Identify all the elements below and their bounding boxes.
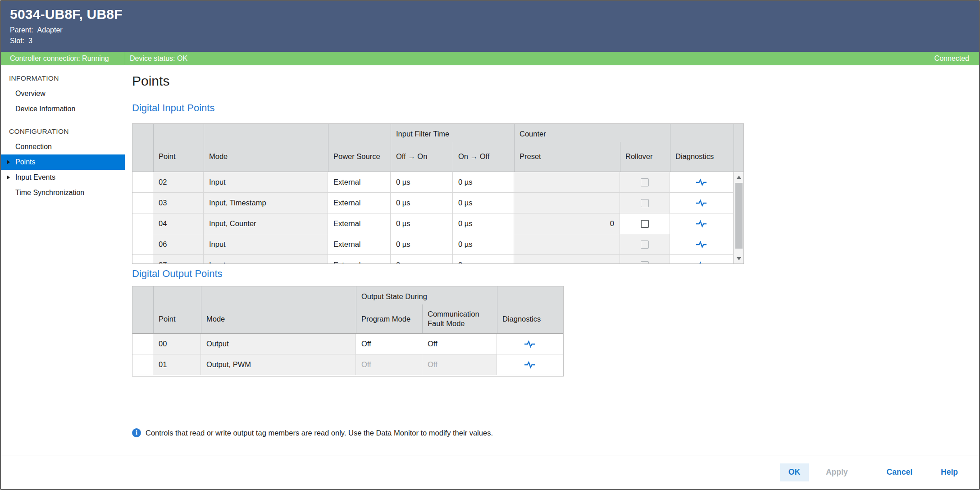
communication-fault-mode-cell: Off (422, 354, 497, 375)
digital-output-points-table: Point Mode Output State During Program M… (132, 286, 564, 377)
filter-on-off-cell[interactable]: 0 µs (453, 172, 514, 192)
diagnostics-cell[interactable] (670, 213, 734, 234)
column-header-point: Point (159, 304, 176, 333)
group-header-output-state-during: Output State During (361, 292, 427, 301)
controller-connection-status: Controller connection: Running (1, 52, 125, 65)
sidebar-header-information: INFORMATION (1, 71, 125, 86)
diagnostics-pulse-icon (696, 261, 707, 264)
filter-on-off-cell[interactable]: 0 µs (453, 234, 514, 254)
point-cell: 03 (153, 193, 204, 213)
filter-off-on-cell[interactable]: 0 µs (391, 193, 453, 213)
sidebar-item-time-synchronization[interactable]: Time Synchronization (1, 185, 125, 200)
content-area: INFORMATION Overview Device Information … (1, 65, 979, 455)
point-cell: 01 (153, 354, 201, 375)
diagnostics-cell[interactable] (670, 234, 734, 254)
communication-fault-mode-cell[interactable]: Off (422, 334, 497, 354)
rollover-cell (620, 255, 670, 263)
ok-button[interactable]: OK (780, 463, 809, 481)
row-selector[interactable] (132, 234, 153, 254)
filter-on-off-cell[interactable]: 0 µs (453, 213, 514, 234)
power-source-cell[interactable]: External (328, 172, 391, 192)
point-cell: 02 (153, 172, 204, 192)
diagnostics-pulse-icon (524, 340, 536, 348)
counter-preset-cell[interactable]: 0 (514, 213, 620, 234)
vertical-scrollbar[interactable] (734, 172, 743, 263)
help-button[interactable]: Help (935, 463, 964, 481)
sidebar-item-input-events[interactable]: Input Events (1, 170, 125, 185)
group-header-input-filter-time: Input Filter Time (396, 130, 449, 138)
sidebar-item-points[interactable]: Points (1, 154, 125, 170)
app-window: { "title_bar": { "device_title": "5034-U… (0, 0, 980, 490)
sidebar-item-overview[interactable]: Overview (1, 86, 125, 101)
counter-preset-cell (514, 234, 620, 254)
diagnostics-pulse-icon (696, 220, 707, 228)
filter-off-on-cell[interactable]: 0 µs (391, 172, 453, 192)
expand-arrow-icon[interactable] (7, 160, 10, 164)
input-point-row-03: 03 Input, Timestamp External 0 µs 0 µs (132, 193, 734, 213)
status-bar: Controller connection: Running Device st… (1, 52, 979, 65)
program-mode-cell[interactable]: Off (356, 334, 422, 354)
rollover-checkbox[interactable] (641, 220, 649, 228)
scrollbar-thumb[interactable] (735, 183, 743, 249)
down-triangle-icon (737, 257, 741, 260)
row-selector[interactable] (132, 334, 153, 354)
device-status: Device status: OK (125, 54, 934, 63)
filter-on-off-cell[interactable]: 0 µs (453, 255, 514, 263)
mode-cell: Output, PWM (201, 354, 356, 375)
digital-input-points-table: Point Mode Power Source Input Filter Tim… (132, 123, 744, 264)
point-cell: 00 (153, 334, 201, 354)
row-selector[interactable] (132, 172, 153, 192)
row-selector[interactable] (132, 213, 153, 234)
output-point-row-00: 00 Output Off Off (132, 334, 563, 354)
rollover-checkbox (641, 240, 649, 249)
row-selector[interactable] (132, 354, 153, 375)
filter-on-off-cell[interactable]: 0 µs (453, 193, 514, 213)
power-source-cell[interactable]: External (328, 213, 391, 234)
diagnostics-cell[interactable] (670, 172, 734, 192)
diagnostics-cell[interactable] (497, 354, 563, 375)
diagnostics-cell[interactable] (497, 334, 563, 354)
scrollbar-down-arrow[interactable] (734, 254, 743, 263)
point-cell: 07 (153, 255, 204, 263)
filter-off-on-cell[interactable]: 0 µs (391, 213, 453, 234)
input-point-row-07: 07 Input External 0 µs 0 µs (132, 255, 734, 263)
output-table-body: 00 Output Off Off 01 Output, PWM Off Off (132, 334, 563, 376)
diagnostics-pulse-icon (524, 361, 536, 369)
power-source-cell[interactable]: External (328, 193, 391, 213)
column-header-on-off: On → Off (458, 142, 489, 171)
info-icon: i (132, 428, 141, 437)
row-selector[interactable] (132, 255, 153, 263)
program-mode-cell: Off (356, 354, 422, 375)
diagnostics-cell[interactable] (670, 255, 734, 263)
column-header-point: Point (159, 142, 176, 171)
point-cell: 04 (153, 213, 204, 234)
diagnostics-cell[interactable] (670, 193, 734, 213)
column-header-communication-fault-mode: Communication Fault Mode (428, 304, 495, 333)
cancel-button[interactable]: Cancel (880, 463, 919, 481)
slot-line: Slot: 3 (10, 37, 979, 45)
row-selector[interactable] (132, 193, 153, 213)
rollover-cell[interactable] (620, 213, 670, 234)
counter-preset-cell (514, 172, 620, 192)
rollover-checkbox (641, 199, 649, 207)
sidebar-item-connection[interactable]: Connection (1, 139, 125, 154)
navigation-sidebar: INFORMATION Overview Device Information … (1, 65, 125, 455)
output-table-header: Point Mode Output State During Program M… (132, 286, 563, 334)
rollover-checkbox (641, 178, 649, 186)
sidebar-item-device-information[interactable]: Device Information (1, 101, 125, 117)
power-source-cell[interactable]: External (328, 255, 391, 263)
rollover-cell (620, 172, 670, 192)
column-header-preset: Preset (520, 142, 541, 171)
filter-off-on-cell[interactable]: 0 µs (391, 255, 453, 263)
column-header-rollover: Rollover (625, 142, 653, 171)
scrollbar-up-arrow[interactable] (734, 172, 743, 182)
column-header-off-on: Off → On (396, 142, 427, 171)
sidebar-header-configuration: CONFIGURATION (1, 124, 125, 139)
expand-arrow-icon[interactable] (7, 175, 10, 180)
column-header-diagnostics: Diagnostics (502, 304, 541, 333)
column-header-mode: Mode (209, 142, 228, 171)
parent-label: Parent: (10, 26, 33, 34)
power-source-cell[interactable]: External (328, 234, 391, 254)
diagnostics-pulse-icon (696, 240, 707, 249)
filter-off-on-cell[interactable]: 0 µs (391, 234, 453, 254)
